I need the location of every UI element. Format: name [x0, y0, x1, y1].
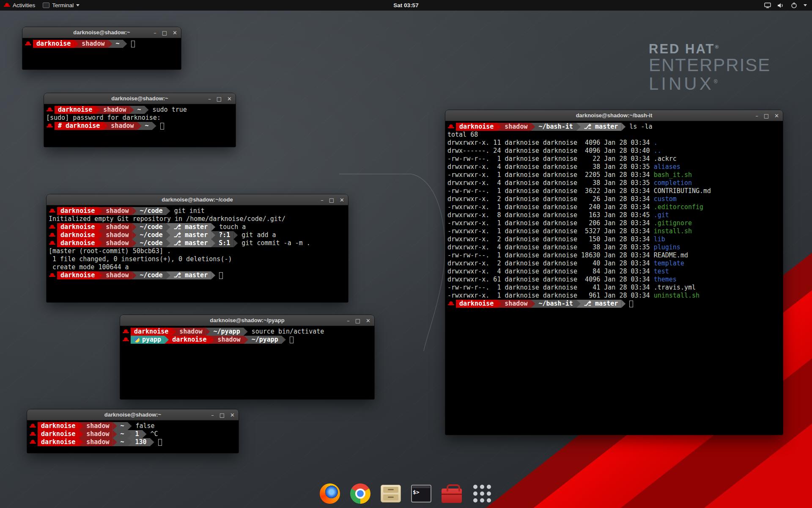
prompt-segment-user: darknoise	[456, 300, 497, 308]
system-status-menu[interactable]	[764, 0, 812, 11]
redhat-prompt-icon	[123, 329, 129, 334]
close-button[interactable]: ✕	[366, 318, 370, 324]
directory-name: themes	[654, 276, 677, 284]
prompt-segment-path: ~/code	[136, 239, 166, 247]
clock[interactable]: Sat 03:57	[393, 2, 418, 8]
minimize-button[interactable]: –	[321, 197, 324, 203]
close-button[interactable]: ✕	[340, 197, 344, 203]
close-button[interactable]: ✕	[230, 412, 235, 418]
window-title: darknoise@shadow:~	[104, 411, 161, 418]
minimize-button[interactable]: –	[211, 412, 214, 418]
window-controls: –□✕	[347, 315, 370, 326]
terminal-window[interactable]: darknoise@shadow:~–□✕darknoiseshadow~	[22, 27, 181, 69]
prompt-segment-host: shadow	[102, 239, 132, 247]
powerline-arrow-icon	[497, 300, 501, 308]
powerline-arrow-icon	[576, 300, 581, 308]
output-line: drwxrwxr-x. 2 darknoise darknoise 40 Jan…	[447, 260, 781, 268]
powerline-arrow-icon	[497, 123, 501, 131]
maximize-button[interactable]: □	[162, 30, 167, 36]
output-text: README.md	[654, 251, 688, 260]
prompt-segment-host: shadow	[214, 336, 244, 344]
window-titlebar[interactable]: darknoise@shadow:~–□✕	[27, 409, 239, 420]
terminal-body[interactable]: darknoiseshadow~/bash-it⎇ masterls -lato…	[445, 121, 783, 435]
minimize-button[interactable]: –	[755, 113, 758, 119]
prompt-segment-path: ~	[117, 438, 127, 446]
prompt-segment-git: ⎇ master	[581, 300, 622, 308]
output-line: drwxrwxr-x. 4 darknoise darknoise 38 Jan…	[447, 243, 781, 251]
close-button[interactable]: ✕	[774, 113, 779, 119]
close-button[interactable]: ✕	[227, 96, 232, 102]
window-titlebar[interactable]: darknoise@shadow:~/bash-it–□✕	[445, 110, 783, 121]
output-text: .ackrc	[654, 155, 677, 163]
prompt-segment-gitstat: S:1	[215, 239, 233, 247]
dock-item-toolbox[interactable]	[440, 482, 464, 505]
prompt-segment-git: ⎇ master	[170, 223, 211, 231]
minimize-button[interactable]: –	[208, 96, 211, 102]
terminal-cursor	[158, 439, 162, 446]
prompt-segment-git: ⎇ master	[170, 231, 211, 239]
dock-item-firefox[interactable]	[318, 482, 342, 505]
window-titlebar[interactable]: darknoise@shadow:~–□✕	[22, 27, 181, 38]
dock-item-chrome[interactable]	[348, 482, 372, 505]
command-text: touch a	[219, 223, 246, 231]
output-line: drwxrwxr-x. 4 darknoise darknoise 84 Jan…	[447, 268, 781, 276]
output-text: -rwxrwxr-x. 1 darknoise darknoise 2205 J…	[447, 171, 654, 179]
executable-name: .gitignore	[654, 219, 692, 227]
output-line: -rwxrwxr-x. 1 darknoise darknoise 2205 J…	[447, 171, 781, 179]
terminal-window[interactable]: darknoise@shadow:~/bash-it–□✕darknoisesh…	[445, 110, 783, 435]
window-titlebar[interactable]: darknoise@shadow:~/pyapp–□✕	[120, 315, 374, 326]
powerline-arrow-icon	[576, 123, 581, 131]
firefox-icon	[320, 483, 340, 504]
command-text: git commit -a -m .	[241, 239, 310, 247]
prompt-segment-user: darknoise	[57, 231, 98, 239]
powerline-arrow-icon	[98, 207, 102, 215]
terminal-window[interactable]: darknoise@shadow:~–□✕darknoiseshadow~sud…	[44, 93, 236, 147]
terminal-cursor	[290, 337, 294, 343]
terminal-window[interactable]: darknoise@shadow:~/code–□✕darknoiseshado…	[47, 194, 348, 302]
output-line: -rw-rw-r--. 1 darknoise darknoise 22 Jan…	[447, 155, 781, 163]
terminal-body[interactable]: darknoiseshadow~/pyappsource bin/activat…	[120, 326, 374, 399]
redhat-icon	[4, 3, 10, 8]
maximize-button[interactable]: □	[355, 318, 360, 324]
powerline-arrow-icon	[129, 106, 134, 114]
dock-item-files[interactable]	[379, 482, 403, 505]
executable-name: bash_it.sh	[654, 171, 692, 179]
redhat-prompt-icon	[47, 108, 53, 112]
maximize-button[interactable]: □	[764, 113, 769, 119]
terminal-window[interactable]: darknoise@shadow:~–□✕darknoiseshadow~fal…	[27, 409, 239, 453]
powerline-arrow-icon	[137, 122, 142, 130]
directory-name: .	[654, 139, 658, 147]
activities-button[interactable]: Activities	[0, 0, 39, 11]
maximize-button[interactable]: □	[217, 96, 222, 102]
maximize-button[interactable]: □	[329, 197, 334, 203]
window-controls: –□✕	[211, 409, 235, 420]
minimize-button[interactable]: –	[154, 30, 156, 36]
powerline-arrow-icon	[531, 300, 535, 308]
prompt-segment-host: shadow	[102, 207, 132, 215]
close-button[interactable]: ✕	[173, 30, 177, 36]
window-titlebar[interactable]: darknoise@shadow:~/code–□✕	[47, 194, 348, 205]
output-text: -rwxrwxr-x. 1 darknoise darknoise 961 Ja…	[447, 292, 654, 300]
maximize-button[interactable]: □	[219, 412, 225, 418]
terminal-body[interactable]: darknoiseshadow~falsedarknoiseshadow~1^C…	[27, 420, 239, 453]
prompt-segment-gitstat: ?:1	[215, 231, 233, 239]
dock-item-app-grid[interactable]	[470, 482, 494, 505]
window-titlebar[interactable]: darknoise@shadow:~–□✕	[44, 93, 236, 104]
powerline-arrow-icon	[112, 422, 117, 430]
terminal-body[interactable]: darknoiseshadow~	[22, 38, 181, 69]
output-text: [master (root-commit) 50bcb63] .	[49, 247, 171, 255]
redhat-prompt-icon	[49, 225, 55, 229]
terminal-body[interactable]: darknoiseshadow~/codegit initInitialized…	[47, 205, 348, 302]
terminal-window[interactable]: darknoise@shadow:~/pyapp–□✕darknoiseshad…	[120, 315, 374, 399]
prompt-segment-path: ~/code	[136, 223, 166, 231]
prompt-segment-user: darknoise	[38, 438, 79, 446]
terminal-body[interactable]: darknoiseshadow~sudo true[sudo] password…	[44, 104, 236, 147]
output-line: -rwxrwxr-x. 1 darknoise darknoise 240 Ja…	[447, 203, 781, 211]
prompt-line: darknoiseshadow~1^C	[29, 430, 236, 438]
command-text: ^C	[151, 430, 158, 438]
dock-item-terminal[interactable]: $>	[409, 482, 433, 505]
app-menu-terminal[interactable]: Terminal	[39, 0, 83, 11]
output-text: .travis.yml	[654, 284, 696, 292]
output-text: Initialized empty Git repository in /hom…	[49, 215, 285, 223]
minimize-button[interactable]: –	[347, 318, 350, 324]
